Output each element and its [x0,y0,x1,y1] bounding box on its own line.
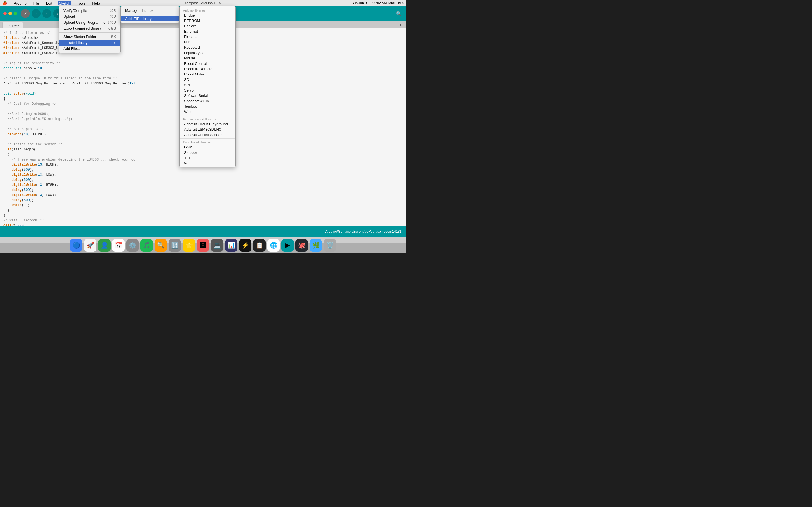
library-servo[interactable]: Servo [180,88,236,93]
include-library-submenu: Manage Libraries... Add .ZIP Library... [120,6,180,23]
menubar-file[interactable]: File [32,1,40,5]
dock-tablus[interactable]: 📊 [225,239,238,251]
dock-devtools[interactable]: 📋 [253,239,266,251]
library-keyboard[interactable]: Keyboard [180,45,236,50]
menubar-edit[interactable]: Edit [45,1,53,5]
code-line-30: } [3,208,403,213]
library-gsm[interactable]: GSM [180,145,236,150]
status-bar: Arduino/Genuino Uno on /dev/cu.usbmodem1… [0,226,406,237]
code-line-31: } [3,213,403,218]
dock-sparkle[interactable]: 🌿 [310,239,322,251]
library-wire[interactable]: Wire [180,109,236,114]
menubar-tools[interactable]: Tools [76,1,87,5]
code-line-25: digitalWrite(13, HIGH); [3,182,403,187]
library-sd[interactable]: SD [180,77,236,82]
menu-include-library[interactable]: Include Library [59,40,120,46]
dock-spotify[interactable]: 🎵 [140,239,153,251]
dock-app1[interactable]: 🅰 [197,239,209,251]
library-hid[interactable]: HID [180,40,236,45]
contributed-separator [180,138,236,138]
library-softwareserial[interactable]: SoftwareSerial [180,93,236,98]
library-tft[interactable]: TFT [180,155,236,161]
contributed-libraries-header: Contributed libraries [180,139,236,145]
library-adafruit-lsm303[interactable]: Adafruit LSM303DLHC [180,127,236,132]
code-line-24: delay(500); [3,177,403,182]
menu-export-binary[interactable]: Export compiled Binary ⌥⌘S [59,25,120,31]
menu-add-file[interactable]: Add File... [59,46,120,52]
close-button[interactable] [3,12,7,15]
maximize-button[interactable] [13,12,17,15]
apple-menu[interactable]: 🍎 [2,1,7,5]
library-eeprom[interactable]: EEPROM [180,18,236,23]
dock: 🔵 🚀 👤 📅 ⚙️ 🎵 🔍 🔢 ⭐ 🅰 💻 📊 ⚡ 📋 🌐 ▶ 🐙 🌿 🗑️ [0,237,406,253]
library-esplora[interactable]: Esplora [180,23,236,29]
minimize-button[interactable] [8,12,12,15]
dock-star[interactable]: ⭐ [183,239,195,251]
code-line-27: digitalWrite(13, LOW); [3,193,403,198]
menubar-arduino[interactable]: Arduino [13,1,28,5]
dock-launchpad[interactable]: 🚀 [84,239,96,251]
menu-verify[interactable]: Verify/Compile ⌘R [59,8,120,13]
library-mouse[interactable]: Mouse [180,55,236,61]
code-line-26: delay(500); [3,187,403,193]
library-temboo[interactable]: Temboo [180,104,236,109]
library-robot-control[interactable]: Robot Control [180,61,236,66]
library-liquidcrystal[interactable]: LiquidCrystal [180,50,236,55]
menubar: compass | Arduino 1.8.5 🍎 Arduino File E… [0,0,406,6]
recommended-libraries-header: Recommended libraries [180,116,236,121]
library-list-menu[interactable]: Arduino libraries Bridge EEPROM Esplora … [179,6,236,167]
code-line-28: delay(500); [3,198,403,203]
library-wifi[interactable]: WiFi [180,161,236,166]
menu-upload-programmer[interactable]: Upload Using Programmer ⇧⌘U [59,19,120,25]
menubar-sketch[interactable]: Sketch [58,1,71,5]
tab-label: compass [6,23,19,27]
library-spacebrewyun[interactable]: SpacebrewYun [180,98,236,104]
new-button[interactable]: ↑ [42,9,51,18]
dock-github[interactable]: 🐙 [296,239,308,251]
code-line-32: /* Wait 3 seconds */ [3,218,403,223]
menubar-help[interactable]: Help [91,1,101,5]
dock-calendar[interactable]: 📅 [112,239,124,251]
menu-add-zip[interactable]: Add .ZIP Library... [121,16,179,21]
code-line-22: delay(500); [3,167,403,172]
library-robot-ir[interactable]: Robot IR Remote [180,66,236,71]
include-menu-separator [121,15,179,15]
dock-alfred[interactable]: 🔍 [154,239,167,251]
tab-compass[interactable]: compass [2,22,23,28]
library-adafruit-unified[interactable]: Adafruit Unified Sensor [180,132,236,137]
dock-calculator[interactable]: 🔢 [168,239,181,251]
library-stepper[interactable]: Stepper [180,150,236,155]
library-firmata[interactable]: Firmata [180,34,236,40]
library-bridge[interactable]: Bridge [180,13,236,18]
upload-button[interactable]: → [32,9,41,18]
menubar-right: Sun Jun 3 10:22:02 AM Tomi Chen [352,1,404,5]
dock-terminal[interactable]: ⚡ [239,239,252,251]
code-line-23: digitalWrite(13, LOW); [3,172,403,177]
sketch-dropdown-menu: Verify/Compile ⌘R Upload ⌘U Upload Using… [59,6,121,53]
dock-facetime[interactable]: 👤 [98,239,110,251]
dock-chrome[interactable]: 🌐 [267,239,280,251]
verify-button[interactable]: ✓ [21,9,30,18]
menu-show-folder[interactable]: Show Sketch Folder ⌘K [59,34,120,40]
dock-arduino[interactable]: ▶ [282,239,294,251]
library-adafruit-circuit[interactable]: Adafruit Circuit Playground [180,121,236,127]
library-spi[interactable]: SPI [180,82,236,88]
window-controls [3,12,17,15]
library-ethernet[interactable]: Ethernet [180,29,236,34]
board-info: Arduino/Genuino Uno on /dev/cu.usbmodem1… [325,230,402,233]
menu-manage-libraries[interactable]: Manage Libraries... [121,8,179,13]
code-line-29: while(1); [3,203,403,208]
dock-trash[interactable]: 🗑️ [324,239,336,251]
toolbar-search-icon[interactable]: 🔍 [395,10,403,17]
tab-dropdown[interactable]: ▾ [397,22,404,27]
arduino-libraries-header: Arduino libraries [180,8,236,13]
library-robot-motor[interactable]: Robot Motor [180,71,236,77]
menubar-datetime: Sun Jun 3 10:22:02 AM Tomi Chen [352,1,404,5]
menu-upload[interactable]: Upload ⌘U [59,13,120,19]
dock-finder[interactable]: 🔵 [70,239,82,251]
dock-iterm[interactable]: 💻 [211,239,223,251]
window-title: compass | Arduino 1.8.5 [185,1,221,5]
dock-system-prefs[interactable]: ⚙️ [126,239,139,251]
